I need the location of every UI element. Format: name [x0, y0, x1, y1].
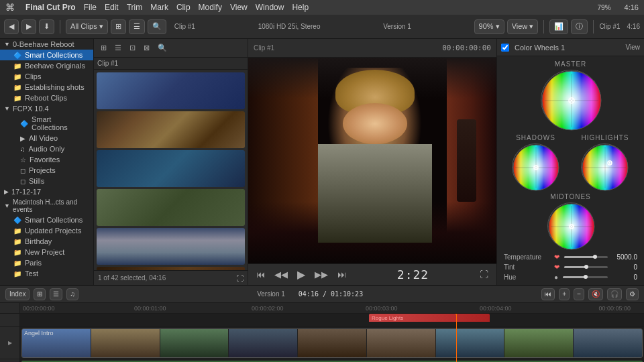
media-grid-btn[interactable]: ⊞ [98, 42, 109, 54]
hue-label: Hue [504, 274, 554, 281]
midtones-wheel[interactable] [547, 202, 594, 249]
media-thumbnail-6[interactable] [97, 267, 245, 270]
temperature-slider[interactable] [564, 256, 608, 258]
next-clip-btn[interactable]: ⏭ [335, 268, 349, 281]
tl-audio-btn[interactable]: ♫ [66, 288, 78, 300]
back-btn[interactable]: ◀ [4, 19, 19, 34]
sidebar-item-label: Favorites [30, 156, 60, 164]
sidebar-item-new-project[interactable]: 📁 New Project [0, 247, 93, 257]
menu-mark[interactable]: Mark [150, 3, 168, 12]
media-sort-btn[interactable]: ⊠ [141, 42, 152, 54]
app-name[interactable]: Final Cut Pro [25, 3, 76, 12]
sidebar-item-all-video[interactable]: ▶ All Video [0, 133, 93, 143]
ruler-left-spacer [0, 303, 20, 313]
sidebar-group-header-fcpx[interactable]: ▼ FCPX 10.4 [0, 103, 93, 114]
tl-clip-btn[interactable]: ⊞ [34, 288, 46, 300]
menu-view[interactable]: View [230, 3, 248, 12]
media-filter-btn[interactable]: ⊡ [127, 42, 138, 54]
sidebar-item-updated-projects[interactable]: 📁 Updated Projects [0, 225, 93, 236]
tl-zoom-out-btn[interactable]: − [574, 288, 584, 300]
media-thumbnail-5[interactable] [97, 228, 245, 265]
forward-btn[interactable]: ▶ [21, 19, 36, 34]
media-thumbnail-1[interactable] [97, 72, 245, 109]
folder-icon: 📁 [13, 238, 21, 245]
menu-edit[interactable]: Edit [105, 3, 119, 12]
tint-slider[interactable] [564, 266, 608, 268]
sidebar-group-header-mac[interactable]: ▼ Macintosh H...cts and events [0, 197, 93, 215]
sidebar-item-smart-coll-mac[interactable]: 🔷 Smart Collections [0, 215, 93, 225]
search-btn[interactable]: 🔍 [148, 19, 166, 34]
expand-viewer-btn[interactable]: ⛶ [236, 274, 244, 282]
sidebar-group-header-beehave[interactable]: ▼ 0-Beehave Reboot [0, 39, 93, 50]
tl-mute-btn[interactable]: 🔇 [588, 288, 603, 300]
all-clips-btn[interactable]: All Clips ▾ [66, 19, 108, 34]
media-list-btn[interactable]: ☰ [112, 42, 124, 54]
view-btn-toolbar[interactable]: View ▾ [507, 19, 539, 34]
folder-icon: 📁 [13, 249, 21, 256]
sidebar-item-reboot-clips[interactable]: 📁 Reboot Clips [0, 93, 93, 103]
svg-point-20 [609, 162, 611, 164]
index-btn[interactable]: Index [5, 288, 30, 300]
right-panel: Color Wheels 1 View MASTER [496, 39, 644, 285]
sidebar-item-beehave-originals[interactable]: 📁 Beehave Originals [0, 60, 93, 71]
sidebar-item-audio-only[interactable]: ♫ Audio Only [0, 143, 93, 154]
menu-help[interactable]: Help [292, 3, 309, 12]
tint-row: Tint ❤ 0 [504, 263, 637, 271]
main-video-clip[interactable] [21, 328, 643, 358]
rogue-lights-clip[interactable]: Rogue Lights [369, 314, 490, 322]
track-2-icon: ▶ [8, 340, 12, 346]
playhead[interactable] [456, 314, 457, 362]
media-thumbnail-4[interactable] [97, 189, 245, 226]
sidebar-item-birthday[interactable]: 📁 Birthday [0, 236, 93, 247]
sidebar-item-projects[interactable]: ◻ Projects [0, 165, 93, 176]
sidebar-item-label: New Project [25, 248, 64, 256]
info-btn[interactable]: ⓘ [571, 19, 588, 34]
sidebar-item-label: Updated Projects [25, 227, 81, 235]
tl-list-btn[interactable]: ☰ [50, 288, 62, 300]
sidebar-item-favorites[interactable]: ☆ Favorites [0, 154, 93, 165]
play-btn[interactable]: ▶ [294, 267, 308, 282]
master-wheel[interactable] [541, 70, 601, 130]
sidebar-item-test[interactable]: 📁 Test [0, 268, 93, 279]
apple-menu[interactable]: ⌘ [5, 2, 15, 13]
grid-view-btn[interactable]: ⊞ [111, 19, 126, 34]
media-thumbnail-2[interactable] [97, 111, 245, 148]
sidebar: ▼ 0-Beehave Reboot 🔷 Smart Collections 📁… [0, 39, 94, 285]
tl-zoom-in-btn[interactable]: + [559, 288, 570, 300]
tint-indicator: ❤ [554, 263, 559, 271]
sidebar-item-establishing[interactable]: 📁 Establishing shots [0, 82, 93, 93]
hue-slider[interactable] [563, 276, 608, 278]
step-fwd-btn[interactable]: ▶▶ [312, 268, 331, 281]
media-thumbnail-3[interactable] [97, 150, 245, 187]
menu-file[interactable]: File [84, 3, 97, 12]
media-search-btn[interactable]: 🔍 [155, 42, 170, 54]
media-import-btn[interactable]: ⬇ [39, 19, 54, 34]
sidebar-item-clips[interactable]: 📁 Clips [0, 71, 93, 82]
menu-window[interactable]: Window [256, 3, 284, 12]
menu-trim[interactable]: Trim [127, 3, 143, 12]
hue-indicator: ● [554, 274, 558, 281]
highlights-wheel[interactable] [581, 143, 628, 190]
menu-clip[interactable]: Clip [176, 3, 191, 12]
step-back-btn[interactable]: ◀◀ [272, 268, 290, 281]
zoom-btn[interactable]: 90% ▾ [474, 19, 504, 34]
preview-area[interactable] [248, 58, 496, 263]
color-wheels-toggle[interactable] [501, 44, 509, 52]
audio-meters-btn[interactable]: 📊 [549, 19, 568, 34]
body-jacket [318, 144, 432, 243]
fullscreen-btn[interactable]: ⛶ [477, 268, 491, 281]
menu-modify[interactable]: Modify [199, 3, 222, 12]
shadows-wheel[interactable] [512, 143, 559, 190]
tl-prev-btn[interactable]: ⏮ [541, 288, 555, 300]
sidebar-item-paris[interactable]: 📁 Paris [0, 257, 93, 268]
tl-settings-btn[interactable]: ⚙ [626, 288, 639, 300]
list-view-btn[interactable]: ☰ [129, 19, 145, 34]
sidebar-group-header-17[interactable]: ▶ 17-12-17 [0, 186, 93, 197]
color-wheels-view-btn[interactable]: View [626, 44, 641, 51]
stills-icon: ◻ [20, 178, 25, 185]
sidebar-item-smart-collections-2[interactable]: 🔷 Smart Collections [0, 114, 93, 133]
sidebar-item-smart-collections[interactable]: 🔷 Smart Collections [0, 50, 93, 60]
prev-clip-btn[interactable]: ⏮ [254, 268, 268, 281]
sidebar-item-stills[interactable]: ◻ Stills [0, 176, 93, 186]
tl-headphone-btn[interactable]: 🎧 [607, 288, 622, 300]
